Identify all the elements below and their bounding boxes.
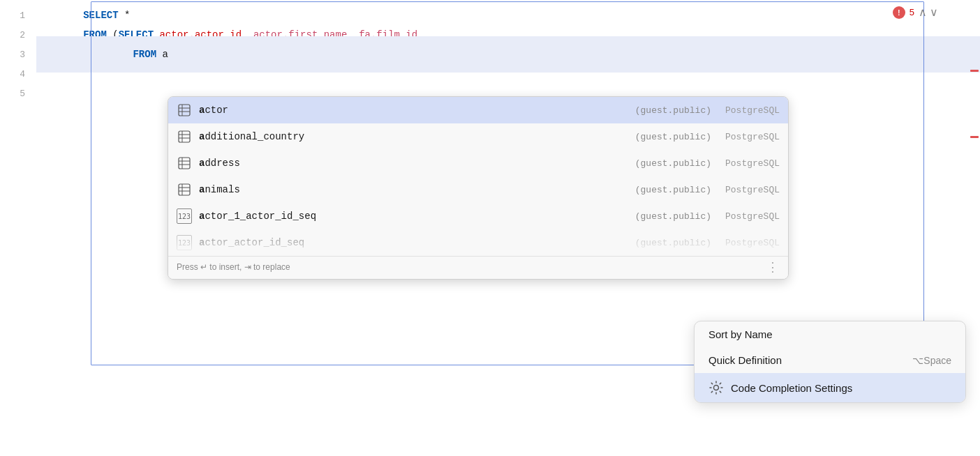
autocomplete-item-seq1[interactable]: 123 actor_1_actor_id_seq (guest.public) … bbox=[168, 203, 788, 229]
autocomplete-item-additional-country[interactable]: additional_country (guest.public) Postgr… bbox=[168, 123, 788, 150]
error-badge: ! bbox=[893, 6, 905, 19]
autocomplete-item-schema-additional-country: (guest.public) bbox=[635, 132, 711, 142]
gear-icon bbox=[708, 380, 724, 395]
svg-rect-8 bbox=[179, 158, 190, 169]
scroll-mark-1 bbox=[970, 70, 979, 72]
autocomplete-item-db-seq1: PostgreSQL bbox=[711, 211, 780, 222]
scroll-mark-2 bbox=[970, 136, 979, 138]
svg-rect-12 bbox=[179, 184, 190, 195]
nav-up-arrow[interactable]: ∧ bbox=[919, 6, 927, 19]
quick-definition-label: Quick Definition bbox=[708, 354, 904, 366]
line-number-5: 5 bbox=[0, 89, 36, 99]
line-number-4: 4 bbox=[0, 69, 36, 79]
autocomplete-item-name-actor: actor bbox=[199, 105, 630, 116]
autocomplete-item-db-additional-country: PostgreSQL bbox=[711, 132, 780, 142]
svg-point-16 bbox=[714, 386, 719, 390]
seq-icon-1: 123 bbox=[177, 208, 192, 224]
autocomplete-footer: Press ↵ to insert, ⇥ to replace ⋮ bbox=[168, 256, 788, 279]
autocomplete-item-name-seq2: actor_actor_id_seq bbox=[199, 237, 630, 248]
nav-arrows: ∧ ∨ bbox=[919, 6, 938, 19]
code-a: a bbox=[156, 49, 168, 60]
code-completion-settings-label: Code Completion Settings bbox=[731, 382, 951, 394]
autocomplete-item-db-animals: PostgreSQL bbox=[711, 185, 780, 195]
quick-definition-shortcut: ⌥Space bbox=[912, 355, 951, 366]
autocomplete-item-address[interactable]: address (guest.public) PostgreSQL bbox=[168, 150, 788, 176]
autocomplete-item-name-address: address bbox=[199, 158, 630, 169]
autocomplete-item-schema-animals: (guest.public) bbox=[635, 185, 711, 195]
autocomplete-item-db-seq2: PostgreSQL bbox=[711, 238, 780, 248]
keyword-from2: FROM bbox=[133, 49, 156, 60]
context-menu-sort-by-name[interactable]: Sort by Name bbox=[695, 321, 965, 347]
line-number-1: 1 bbox=[0, 10, 36, 21]
line-number-2: 2 bbox=[0, 30, 36, 40]
error-icon: ! bbox=[898, 8, 900, 17]
autocomplete-item-db-address: PostgreSQL bbox=[711, 158, 780, 169]
table-icon-actor bbox=[177, 102, 192, 118]
code-editor: 1 SELECT * 2 FROM (SELECT actor.actor_id… bbox=[0, 0, 980, 456]
autocomplete-item-schema-seq2: (guest.public) bbox=[635, 238, 711, 248]
error-count: 5 bbox=[910, 7, 914, 17]
seq-icon-2: 123 bbox=[177, 235, 192, 250]
svg-rect-0 bbox=[179, 105, 190, 116]
context-menu[interactable]: Sort by Name Quick Definition ⌥Space Cod… bbox=[694, 321, 966, 403]
table-icon-address bbox=[177, 155, 192, 171]
code-indent bbox=[86, 49, 133, 60]
autocomplete-item-name-additional-country: additional_country bbox=[199, 131, 630, 142]
table-icon-additional-country bbox=[177, 129, 192, 144]
table-icon-animals bbox=[177, 182, 192, 197]
error-indicator: ! 5 ∧ ∨ bbox=[893, 6, 938, 19]
autocomplete-item-name-animals: animals bbox=[199, 184, 630, 195]
context-menu-code-completion-settings[interactable]: Code Completion Settings bbox=[695, 373, 965, 402]
autocomplete-dropdown[interactable]: actor (guest.public) PostgreSQL addition… bbox=[168, 96, 789, 280]
nav-down-arrow[interactable]: ∨ bbox=[930, 6, 938, 19]
autocomplete-item-db-actor: PostgreSQL bbox=[711, 105, 780, 116]
line-number-3: 3 bbox=[0, 50, 36, 60]
autocomplete-item-schema-actor: (guest.public) bbox=[635, 105, 711, 116]
code-line-3: 3 FROM a bbox=[0, 45, 980, 64]
autocomplete-item-seq2[interactable]: 123 actor_actor_id_seq (guest.public) Po… bbox=[168, 229, 788, 256]
line-code-3: FROM a bbox=[36, 36, 980, 73]
sort-by-name-label: Sort by Name bbox=[708, 328, 951, 340]
more-options-dots[interactable]: ⋮ bbox=[766, 261, 780, 273]
autocomplete-item-animals[interactable]: animals (guest.public) PostgreSQL bbox=[168, 176, 788, 203]
autocomplete-item-schema-seq1: (guest.public) bbox=[635, 211, 711, 222]
svg-rect-4 bbox=[179, 131, 190, 142]
context-menu-quick-definition[interactable]: Quick Definition ⌥Space bbox=[695, 347, 965, 373]
autocomplete-hint: Press ↵ to insert, ⇥ to replace bbox=[177, 262, 290, 272]
autocomplete-item-name-seq1: actor_1_actor_id_seq bbox=[199, 211, 630, 222]
autocomplete-item-actor[interactable]: actor (guest.public) PostgreSQL bbox=[168, 97, 788, 123]
autocomplete-item-schema-address: (guest.public) bbox=[635, 158, 711, 169]
